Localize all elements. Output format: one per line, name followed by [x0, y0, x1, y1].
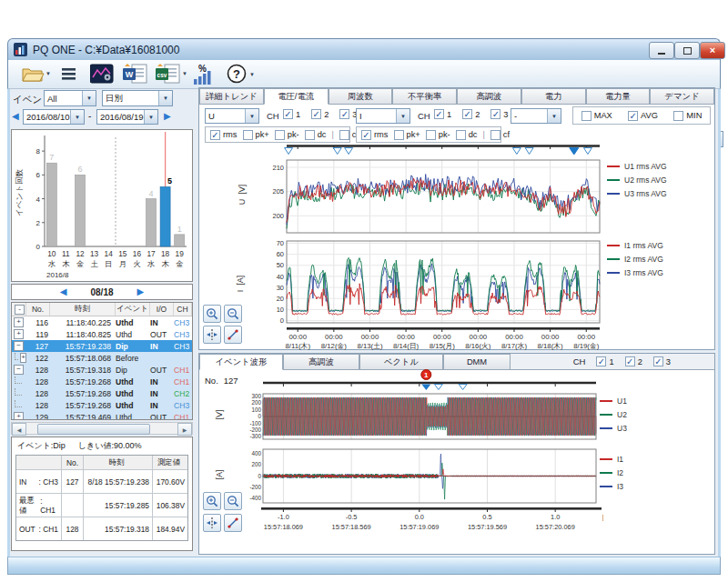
chevron-down-icon[interactable]: ▼ [245, 109, 258, 123]
wave-tab-4[interactable]: DMM [443, 354, 511, 369]
wave-ch1-checkbox-box[interactable]: ✓ [596, 356, 606, 366]
trend-tab-4[interactable]: 不平衡率 [392, 88, 457, 104]
param1-ch2-checkbox[interactable]: ✓2 [311, 109, 329, 119]
param2-pk+-checkbox-box[interactable] [394, 130, 404, 140]
word-export-button[interactable]: W [123, 64, 148, 84]
event-table-row[interactable]: 12815:57:19.268UthdINCH3 [12, 399, 192, 411]
chevron-down-icon[interactable]: ▼ [158, 91, 172, 105]
wave-ch1-checkbox[interactable]: ✓1 [596, 356, 613, 366]
event-table-row[interactable]: +12215:57:18.068Before [12, 352, 192, 364]
close-button[interactable]: × [700, 42, 725, 59]
param2-select[interactable]: I ▼ [356, 108, 410, 124]
open-folder-button[interactable]: ▼ [21, 64, 51, 84]
param2-cf-checkbox-box[interactable] [490, 130, 500, 140]
param1-ch1-checkbox-box[interactable]: ✓ [283, 109, 293, 119]
param2-dc-checkbox[interactable]: dc [456, 130, 478, 140]
event-table-hscrollbar[interactable]: ◀ ▶ [11, 422, 193, 435]
date-prev-arrow[interactable]: ◀ [12, 110, 19, 123]
wave-ch3-checkbox-box[interactable]: ✓ [653, 356, 663, 366]
param1-dc-checkbox-box[interactable] [305, 130, 315, 140]
trend-tab-1[interactable]: 詳細トレンド [199, 88, 264, 104]
chevron-down-icon[interactable]: ▼ [144, 110, 157, 124]
agg-max-checkbox[interactable]: MAX [581, 111, 612, 121]
graph-settings-button[interactable] [90, 64, 114, 84]
help-dropdown-icon[interactable]: ▼ [249, 72, 255, 77]
minimize-button[interactable] [649, 42, 674, 59]
param2-pk+-checkbox[interactable]: pk+ [394, 130, 420, 140]
agg-avg-checkbox[interactable]: ✓AVG [628, 111, 658, 121]
day-next-arrow[interactable]: ▶ [137, 286, 145, 298]
event-table-row[interactable]: −12815:57:19.318DipOUTCH1 [12, 364, 192, 376]
trend-slope-cursor-button[interactable] [224, 326, 242, 344]
event-table-row[interactable]: 12815:57:19.268UthdINCH2 [12, 387, 192, 399]
param1-cf-checkbox-box[interactable] [339, 130, 349, 140]
collapse-icon[interactable]: − [14, 341, 24, 351]
trend-tab-6[interactable]: 電力 [521, 88, 586, 104]
open-folder-dropdown-icon[interactable]: ▼ [46, 71, 51, 76]
day-prev-arrow[interactable]: ◀ [60, 286, 67, 298]
scroll-left-arrow[interactable]: ◀ [12, 423, 26, 436]
param1-pk--checkbox-box[interactable] [275, 130, 285, 140]
csv-export-dropdown-icon[interactable]: ▼ [182, 71, 187, 76]
trend-zoom-in-button[interactable] [203, 305, 221, 323]
agg-avg-checkbox-box[interactable]: ✓ [628, 111, 638, 121]
collapse-all-button[interactable]: - [12, 303, 26, 316]
expand-icon[interactable]: + [14, 412, 24, 420]
trend-tab-5[interactable]: 高調波 [457, 88, 521, 104]
date-from-select[interactable]: 2016/08/10 ▼ [23, 109, 85, 125]
param2-ch3-checkbox[interactable]: ✓3 [490, 109, 508, 119]
param2-ch1-checkbox[interactable]: ✓1 [434, 109, 451, 119]
trend-tab-3[interactable]: 周波数 [329, 88, 393, 104]
param2-rms-checkbox[interactable]: ✓rms [361, 130, 389, 140]
collapse-icon[interactable]: − [14, 365, 24, 375]
param1-pk+-checkbox-box[interactable] [243, 130, 253, 140]
expand-icon[interactable]: + [14, 329, 24, 339]
event-grouping-select[interactable]: 日別 ▼ [102, 90, 173, 106]
wave-ch3-checkbox[interactable]: ✓3 [653, 356, 671, 366]
chevron-down-icon[interactable]: ▼ [547, 109, 561, 123]
wave-zoom-out-button[interactable] [224, 492, 242, 510]
agg-min-checkbox[interactable]: MIN [673, 111, 702, 121]
chevron-down-icon[interactable]: ▼ [82, 91, 96, 105]
csv-export-button[interactable]: csv ▼ [156, 64, 187, 84]
param1-rms-checkbox[interactable]: ✓rms [210, 130, 238, 140]
event-list-button[interactable] [61, 66, 77, 81]
scrollbar-thumb[interactable] [37, 424, 150, 435]
trend-tab-8[interactable]: デマンド [650, 88, 714, 104]
param1-pk+-checkbox[interactable]: pk+ [243, 130, 269, 140]
event-table-row[interactable]: +11611:18:40.225UthdINCH3 [12, 316, 192, 328]
date-next-arrow[interactable]: ▶ [164, 110, 171, 123]
collapse-all-icon[interactable]: - [15, 305, 25, 315]
event-filter-select[interactable]: All ▼ [44, 90, 96, 106]
wave-tab-2[interactable]: 高調波 [283, 354, 359, 369]
param2-rms-checkbox-box[interactable]: ✓ [361, 130, 371, 140]
expand-icon[interactable]: + [20, 353, 26, 363]
event-table-row[interactable]: +11911:18:40.825UthdOUTCH3 [12, 328, 192, 340]
event-table-row[interactable]: 12815:57:19.268UthdINCH1 [12, 376, 192, 387]
event-table-row[interactable]: −12715:57:19.238DipINCH3 [12, 340, 192, 352]
param2-pk--checkbox[interactable]: pk- [426, 130, 450, 140]
wave-tab-3[interactable]: ベクトル [359, 354, 443, 369]
param1-ch3-checkbox-box[interactable]: ✓ [339, 109, 349, 119]
chevron-down-icon[interactable]: ▼ [396, 109, 410, 123]
date-to-select[interactable]: 2016/08/19 ▼ [96, 109, 158, 125]
agg-min-checkbox-box[interactable] [673, 111, 683, 121]
param1-ch1-checkbox[interactable]: ✓1 [283, 109, 300, 119]
param2-dc-checkbox-box[interactable] [456, 130, 466, 140]
param1-pk--checkbox[interactable]: pk- [275, 130, 299, 140]
param1-dc-checkbox[interactable]: dc [305, 130, 327, 140]
param2-ch1-checkbox-box[interactable]: ✓ [434, 109, 444, 119]
maximize-button[interactable] [674, 42, 700, 59]
waveform-timeline-markers[interactable]: 1 [228, 368, 603, 390]
param2-pk--checkbox-box[interactable] [426, 130, 436, 140]
wave-cursor-button[interactable] [203, 514, 221, 532]
agg-max-checkbox-box[interactable] [581, 111, 592, 121]
trend-tab-7[interactable]: 電力量 [586, 88, 651, 104]
wave-ch2-checkbox-box[interactable]: ✓ [625, 356, 635, 366]
wave-zoom-in-button[interactable] [203, 492, 221, 510]
chevron-down-icon[interactable]: ▼ [70, 110, 84, 124]
trend-zoom-out-button[interactable] [224, 305, 242, 323]
trend-tab-2[interactable]: 電圧/電流 [264, 88, 329, 105]
scroll-right-arrow[interactable]: ▶ [177, 423, 192, 436]
param2-ch3-checkbox-box[interactable]: ✓ [490, 109, 500, 119]
